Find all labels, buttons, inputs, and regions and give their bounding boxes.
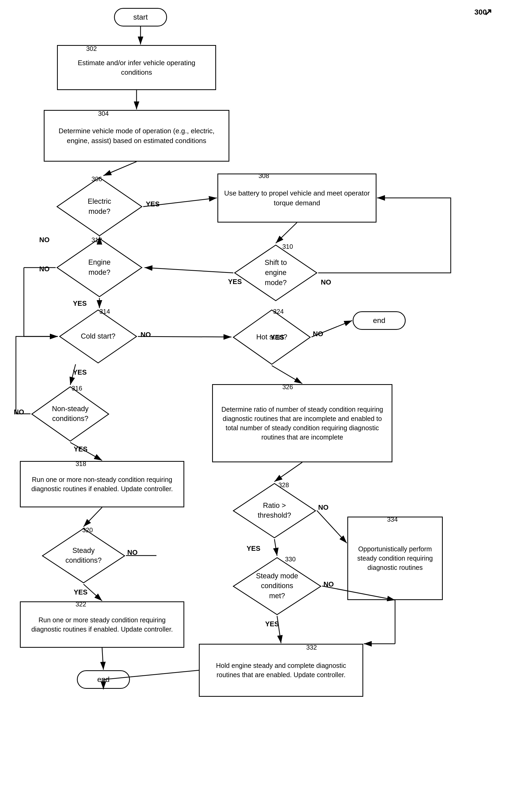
- ref-328: 328: [279, 481, 289, 489]
- svg-line-22: [84, 507, 102, 527]
- ref-306: 306: [91, 175, 102, 183]
- svg-line-28: [274, 462, 302, 482]
- node-318: Run one or more non-steady condition req…: [20, 461, 184, 507]
- yes-label-324: YES: [270, 333, 284, 341]
- no-label-328: NO: [318, 504, 329, 512]
- ref-302: 302: [86, 45, 97, 52]
- svg-line-16: [144, 268, 233, 273]
- ref-310: 310: [282, 243, 293, 250]
- node-326: Determine ratio of number of steady cond…: [212, 384, 392, 462]
- no-label-314: NO: [140, 331, 151, 339]
- ref-304: 304: [98, 110, 109, 117]
- ref-322: 322: [76, 601, 86, 608]
- svg-line-27: [272, 366, 302, 384]
- end-node-1: end: [77, 670, 130, 689]
- yes-label-306: YES: [146, 200, 160, 208]
- ref-318: 318: [76, 460, 86, 468]
- no-label-306: NO: [39, 236, 50, 244]
- no-label-330: NO: [324, 580, 334, 588]
- ref-314: 314: [99, 308, 110, 315]
- ref-316: 316: [72, 385, 82, 392]
- yes-label-330: YES: [265, 620, 279, 628]
- ref-320: 320: [82, 526, 93, 534]
- yes-label-314: YES: [73, 368, 87, 377]
- yes-label-316: YES: [74, 445, 87, 453]
- no-label-324: NO: [313, 330, 323, 338]
- no-label-316: NO: [14, 408, 24, 416]
- node-332: Hold engine steady and complete diagnost…: [199, 644, 363, 697]
- yes-label-328: YES: [247, 544, 260, 553]
- yes-label-312: YES: [73, 299, 87, 307]
- node-320: Steadyconditions?: [41, 527, 126, 584]
- node-308: Use battery to propel vehicle and meet o…: [217, 174, 377, 223]
- ref-312: 312: [91, 236, 102, 244]
- node-322: Run one or more steady condition requiri…: [20, 602, 184, 648]
- node-306: Electricmode?: [56, 176, 143, 237]
- flowchart-diagram: 300 ↗ start Estimate and/or infer vehicl…: [0, 0, 508, 812]
- yes-label-320: YES: [74, 588, 87, 596]
- svg-line-15: [276, 223, 297, 243]
- arrow-300-icon: ↗: [484, 7, 492, 18]
- ref-326: 326: [282, 383, 293, 391]
- node-314: Cold start?: [58, 308, 138, 364]
- ref-334: 334: [387, 516, 398, 523]
- svg-line-25: [102, 648, 103, 670]
- no-label-310: NO: [321, 278, 331, 286]
- node-304: Determine vehicle mode of operation (e.g…: [44, 110, 229, 161]
- node-316: Non-steadyconditions?: [31, 385, 110, 442]
- svg-line-12: [103, 161, 136, 176]
- end-node-2: end: [353, 311, 406, 330]
- ref-332: 332: [306, 644, 317, 651]
- ref-330: 330: [285, 556, 296, 563]
- no-label-312: NO: [39, 265, 50, 273]
- no-label-320: NO: [127, 548, 138, 557]
- ref-308: 308: [258, 172, 269, 180]
- yes-label-310: YES: [228, 278, 242, 286]
- node-312: Enginemode?: [56, 237, 143, 298]
- node-330: Steady modeconditions met?: [232, 556, 322, 616]
- node-334: Opportunistically perform steady conditi…: [347, 517, 443, 600]
- svg-line-19: [138, 336, 231, 337]
- node-310: Shift to enginemode?: [233, 244, 318, 302]
- node-328: Ratio >threshold?: [232, 482, 317, 539]
- svg-line-30: [274, 539, 277, 556]
- start-node: start: [114, 8, 167, 27]
- ref-324: 324: [273, 308, 284, 315]
- svg-line-29: [317, 511, 347, 543]
- node-302: Estimate and/or infer vehicle operating …: [57, 45, 216, 90]
